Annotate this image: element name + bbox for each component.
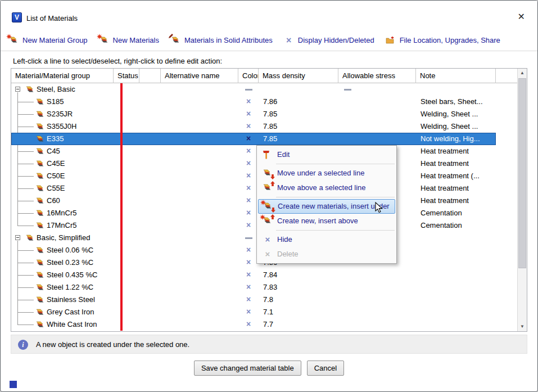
material-label: S355J0H	[47, 122, 76, 130]
tree-line	[17, 325, 34, 325]
note-value: Heat treatment	[421, 184, 469, 192]
material-group-row[interactable]: Steel, Basic	[11, 83, 517, 96]
scroll-up-icon[interactable]: ▲	[518, 69, 527, 78]
material-label: 17MnCr5	[47, 221, 76, 229]
status-bar	[120, 207, 123, 219]
tree-line	[17, 226, 34, 226]
material-row[interactable]: E335×7.85Not welding, Hig...	[11, 133, 517, 145]
menu-item-create-new-insert-above[interactable]: Create new, insert above	[257, 214, 396, 228]
material-icon	[35, 172, 44, 180]
new-materials-button[interactable]: New Materials	[99, 36, 159, 44]
status-bar	[120, 256, 123, 269]
display-hidden-deleted-button[interactable]: × Display Hidden/Deleted	[284, 36, 374, 44]
scroll-down-icon[interactable]: ▼	[518, 322, 527, 331]
collapse-expander-icon[interactable]	[15, 235, 20, 240]
color-x-icon: ×	[238, 171, 259, 180]
color-x-icon: ×	[238, 258, 259, 267]
status-bar	[120, 318, 123, 331]
materials-in-solid-attributes-button[interactable]: Materials in Solid Attributes	[170, 36, 273, 44]
material-stack-icon	[35, 321, 44, 328]
material-row[interactable]: Stainless Steel×7.8	[11, 294, 517, 306]
material-icon	[35, 209, 44, 217]
window-title: List of Materials	[26, 14, 78, 22]
menu-item-move-above-a-selected-line[interactable]: Move above a selected line	[257, 181, 396, 195]
material-label: Grey Cast Iron	[47, 308, 94, 316]
material-icon	[35, 321, 44, 328]
status-bar	[120, 195, 123, 207]
material-row[interactable]: S185×7.86Steel bars, Sheet...	[11, 96, 517, 108]
cancel-button[interactable]: Cancel	[307, 361, 344, 376]
column-header-blank[interactable]	[139, 69, 161, 83]
material-row[interactable]: Grey Cast Iron×7.1	[11, 306, 517, 318]
tree-line	[17, 102, 34, 102]
column-header-note[interactable]: Note	[416, 69, 496, 83]
column-header-mass-density[interactable]: Mass density	[259, 69, 338, 83]
new-materials-icon	[99, 36, 109, 44]
status-bar	[120, 281, 123, 294]
material-label: Steel 1.22 %C	[47, 283, 93, 291]
file-location-upgrades-share-button[interactable]: File Location, Upgrades, Share	[386, 36, 500, 44]
status-bar	[120, 269, 123, 281]
color-x-icon: ×	[238, 196, 259, 205]
menu-item-edit[interactable]: Edit	[257, 147, 396, 162]
note-value: Heat treatment (...	[421, 172, 480, 180]
new-material-group-button[interactable]: New Material Group	[8, 36, 88, 44]
material-row[interactable]: Steel 1.22 %C×7.83	[11, 281, 517, 294]
menu-item-hide[interactable]: ×Hide	[257, 232, 396, 247]
material-label: S185	[47, 97, 64, 106]
material-label: C45E	[47, 159, 65, 168]
material-stack-icon	[25, 234, 34, 242]
color-x-icon: ×	[238, 134, 259, 143]
save-button[interactable]: Save changed material table	[194, 361, 301, 376]
status-bar	[120, 157, 123, 170]
status-bar	[120, 145, 123, 157]
material-row[interactable]: Steel 0.435 %C×7.84	[11, 269, 517, 281]
status-bar	[120, 96, 123, 108]
material-icon	[35, 246, 44, 254]
material-new-under-icon	[263, 202, 274, 211]
note-value: Cementation	[421, 221, 462, 229]
material-icon	[35, 259, 44, 267]
column-header-label: Alternative name	[165, 71, 220, 80]
close-icon[interactable]: ✕	[518, 12, 525, 22]
info-text: A new object is created under the select…	[36, 340, 189, 349]
material-row[interactable]: S235JR×7.85Welding, Sheet ...	[11, 108, 517, 120]
column-header-material-material-group[interactable]: Material/Material group	[11, 69, 114, 83]
color-dash	[245, 89, 252, 91]
column-header-color[interactable]: Color	[238, 69, 259, 83]
color-dash	[245, 237, 252, 239]
group-label: Steel, Basic	[37, 85, 75, 93]
material-icon	[35, 271, 44, 279]
column-header-alternative-name[interactable]: Alternative name	[161, 69, 238, 83]
collapse-expander-icon[interactable]	[15, 87, 20, 92]
column-header-status[interactable]: Status	[114, 69, 139, 83]
material-row[interactable]: S355J0H×7.85Welding, Sheet ...	[11, 120, 517, 133]
mass-density-value: 7.8	[263, 295, 273, 304]
toolbar: New Material Group New Materials Materia…	[1, 30, 537, 51]
material-icon	[35, 160, 44, 168]
material-label: C55E	[47, 184, 65, 192]
material-group-icon	[25, 234, 34, 242]
material-label: White Cast Iron	[47, 320, 97, 328]
tree-line	[17, 250, 34, 251]
menu-item-move-under-a-selected-line[interactable]: Move under a selected line	[257, 166, 396, 181]
note-value: Heat treatment	[421, 196, 469, 205]
scroll-thumb[interactable]	[518, 78, 526, 268]
material-icon	[35, 308, 44, 316]
material-move-up-icon	[262, 183, 273, 192]
vertical-scrollbar[interactable]: ▲ ▼	[517, 69, 527, 331]
material-label: Steel 0.06 %C	[47, 246, 93, 254]
material-row[interactable]: White Cast Iron×7.7	[11, 318, 517, 331]
material-label: C45	[47, 147, 60, 155]
color-x-icon: ×	[238, 295, 259, 304]
note-value: Heat treatment	[421, 147, 469, 155]
material-stack-icon	[35, 172, 44, 180]
arrow-down-icon	[270, 174, 275, 179]
material-stack-icon	[35, 110, 44, 118]
status-bar	[120, 108, 123, 120]
color-x-icon: ×	[238, 159, 259, 168]
arrow-down-icon	[271, 208, 275, 213]
status-bar	[120, 306, 123, 318]
column-header-allowable-stress[interactable]: Allowable stress	[338, 69, 416, 83]
tree-line	[17, 318, 18, 325]
